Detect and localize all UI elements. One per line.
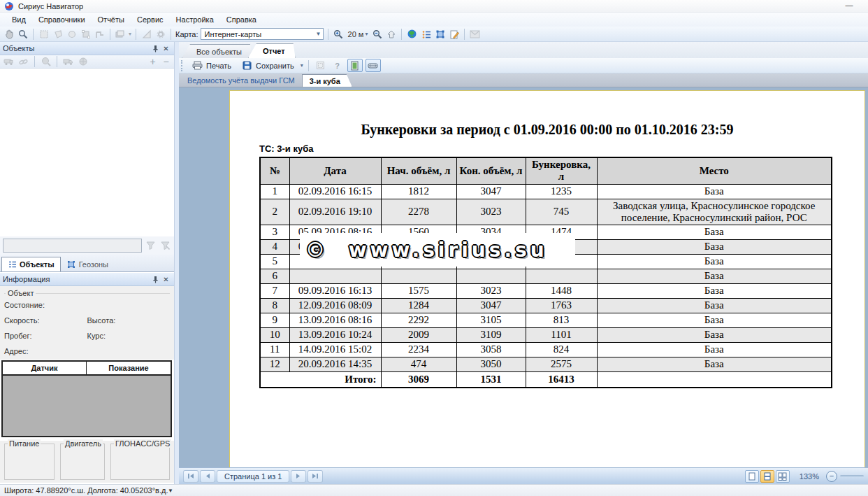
table-cell: 2: [260, 199, 289, 225]
last-page-button[interactable]: [308, 470, 323, 483]
tab-all-objects[interactable]: Все объекты: [182, 44, 252, 58]
table-cell: База: [597, 313, 832, 328]
tab-fuel-ledger[interactable]: Ведомость учёта выдачи ГСМ: [180, 74, 302, 87]
separator: [110, 29, 110, 40]
mileage-label: Пробег:: [4, 332, 87, 340]
table-cell: 11: [260, 343, 289, 357]
report-table-head: №ДатаНач. объём, лКон. объём, лБункеровк…: [260, 157, 832, 184]
layers-icon: [115, 28, 126, 40]
report-title: Бункеровки за период с 01.09.2016 00:00 …: [230, 122, 865, 138]
separator: [34, 56, 35, 67]
table-cell: База: [597, 284, 832, 299]
object-list-icon[interactable]: [420, 28, 432, 40]
report-viewport[interactable]: Бункеровки за период с 01.09.2016 00:00 …: [179, 87, 868, 467]
state-label: Состояние:: [4, 301, 87, 309]
zoom-out-button[interactable]: −: [826, 471, 837, 482]
objects-list[interactable]: [0, 69, 174, 236]
menu-view[interactable]: Вид: [6, 13, 32, 26]
links-icon: [17, 56, 29, 68]
status-dropdown-caret-icon[interactable]: ▼: [168, 488, 173, 494]
table-cell: 14.09.2016 15:02: [289, 343, 381, 357]
tab-report[interactable]: Отчет: [248, 43, 296, 58]
status-bar: Широта: 47.88920°с.ш. Долгота: 40.05203°…: [0, 484, 868, 496]
measure-icon: [140, 28, 152, 40]
objects-filter-input[interactable]: [3, 239, 142, 253]
objects-filter-row: [0, 236, 174, 255]
report-pager: Страница 1 из 1 133% −: [179, 467, 868, 484]
zoom-slider[interactable]: [840, 475, 864, 477]
home-extent-icon[interactable]: [385, 28, 397, 40]
toolbar-grip: [181, 60, 184, 71]
power-group-label: Питание: [8, 439, 41, 448]
tab-fuel-ledger-label: Ведомость учёта выдачи ГСМ: [187, 76, 295, 85]
page-view-toggle[interactable]: [347, 59, 363, 72]
edit-notes-icon[interactable]: [448, 28, 460, 40]
left-tab-strip: Объекты Геозоны: [0, 255, 174, 272]
table-cell: База: [597, 357, 832, 372]
geozone-icon[interactable]: [434, 28, 446, 40]
speed-label: Скорость:: [4, 316, 87, 325]
totals-place-cell: [597, 372, 832, 388]
save-icon: [241, 59, 253, 71]
menu-settings[interactable]: Настройка: [170, 13, 220, 26]
table-cell: 13.09.2016 10:24: [289, 328, 381, 343]
close-icon[interactable]: ✕: [161, 44, 171, 53]
total-value: 1531: [456, 372, 526, 388]
globe-search-icon: [40, 56, 52, 68]
table-cell: 12.09.2016 08:09: [289, 299, 381, 313]
close-icon[interactable]: ✕: [161, 275, 171, 284]
table-cell: 4: [260, 240, 289, 255]
menu-reports[interactable]: Отчёты: [92, 13, 131, 26]
tab-geozones[interactable]: Геозоны: [62, 257, 114, 271]
multi-page-view-button[interactable]: [776, 470, 790, 483]
zoom-scale-select[interactable]: 20 м ▾: [347, 30, 370, 38]
objects-panel-header: Объекты ✕: [0, 42, 174, 55]
engine-groupbox: Двигатель: [60, 444, 105, 480]
tab-3i-kuba[interactable]: 3-и куба: [302, 74, 352, 87]
zoom-in-icon[interactable]: [333, 28, 345, 40]
table-row: 1013.09.2016 10:24200931091101База: [260, 328, 832, 343]
table-row: 709.09.2016 16:13157530231448База: [260, 284, 832, 299]
fit-width-toggle[interactable]: [366, 59, 381, 72]
globe-icon[interactable]: [406, 28, 418, 40]
table-row: 812.09.2016 08:09128430471763База: [260, 299, 832, 313]
map-toolbar: ▾ Карта: Интернет-карты ▼ 20 м ▾: [0, 27, 868, 42]
tab-all-objects-label: Все объекты: [196, 48, 242, 56]
table-cell: 02.09.2016 19:10: [289, 199, 381, 225]
next-page-button[interactable]: [291, 470, 306, 483]
pan-hand-icon[interactable]: [3, 28, 15, 40]
table-cell: 1101: [526, 328, 597, 343]
totals-label: Итого:: [260, 372, 381, 388]
print-button[interactable]: Печать: [188, 59, 235, 72]
table-cell: 3047: [456, 184, 526, 199]
pin-icon[interactable]: [150, 275, 161, 284]
save-dropdown-caret-icon[interactable]: ▾: [301, 62, 303, 69]
table-row: 6База: [260, 269, 832, 284]
separator: [328, 29, 328, 40]
pin-icon[interactable]: [150, 44, 161, 53]
menu-directories[interactable]: Справочники: [32, 13, 92, 26]
tab-objects[interactable]: Объекты: [1, 257, 61, 271]
page-setup-icon: [314, 59, 328, 72]
menu-service[interactable]: Сервис: [131, 13, 170, 26]
table-cell: 7: [260, 284, 289, 299]
table-cell: База: [597, 225, 832, 240]
zoom-out-icon[interactable]: [371, 28, 383, 40]
save-button[interactable]: Сохранить: [238, 59, 298, 72]
course-label: Курс:: [87, 332, 171, 340]
separator: [33, 29, 34, 40]
zoom-tool-icon[interactable]: [17, 28, 29, 40]
separator: [171, 29, 171, 40]
menu-help[interactable]: Справка: [220, 13, 263, 26]
first-page-button[interactable]: [183, 470, 198, 483]
table-cell: 8: [260, 299, 289, 313]
report-table: №ДатаНач. объём, лКон. объём, лБункеровк…: [259, 157, 832, 388]
column-header: Нач. объём, л: [381, 157, 456, 184]
single-page-view-button[interactable]: [745, 470, 759, 483]
minimize-button[interactable]: —: [840, 1, 858, 10]
fit-width-view-button[interactable]: [760, 470, 774, 483]
prev-page-button[interactable]: [200, 470, 215, 483]
table-cell: База: [597, 269, 832, 284]
map-select[interactable]: Интернет-карты ▼: [201, 28, 324, 40]
geozone-icon: [67, 260, 76, 269]
